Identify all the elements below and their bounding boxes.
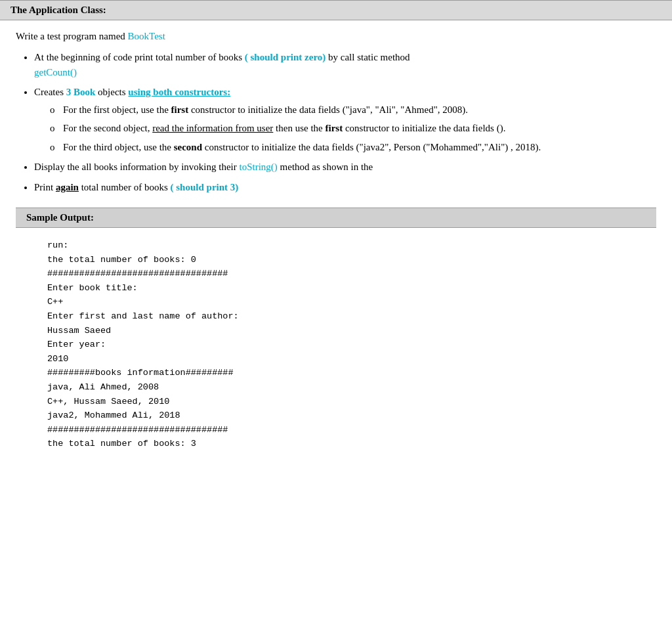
sub-bullet-1: For the first object, use the first cons…: [50, 102, 656, 118]
code-line-2: ##################################: [47, 267, 625, 281]
sample-output-section: Sample Output: run: the total number of …: [16, 208, 656, 462]
code-line-1: the total number of books: 0: [47, 253, 625, 267]
code-line-10: java, Ali Ahmed, 2008: [47, 380, 625, 395]
bullet4-cyan: ( should print 3): [171, 182, 239, 192]
sub-bullet-3: For the third object, use the second con…: [50, 140, 656, 155]
header-text: The Application Class:: [10, 5, 106, 15]
bullet1-cyan: ( should print zero): [245, 52, 326, 62]
bullet2-constructors: using both constructors:: [128, 87, 230, 97]
sub3-bold: second: [174, 142, 202, 152]
main-bullet-list: At the beginning of code print total num…: [34, 50, 656, 194]
code-line-3: Enter book title:: [47, 281, 625, 296]
getcount-method: getCount(): [34, 67, 77, 77]
code-line-13: ##################################: [47, 423, 625, 437]
bullet-1: At the beginning of code print total num…: [34, 50, 656, 79]
bullet3-prefix: Display the all books information by inv…: [34, 162, 239, 172]
sub1-suffix: constructor to initialize the data field…: [191, 104, 468, 115]
bullet3-suffix: method as shown in the: [280, 162, 373, 172]
sample-header-text: Sample Output:: [26, 212, 94, 223]
app-class-header: The Application Class:: [0, 0, 672, 20]
code-line-0: run:: [47, 238, 625, 253]
booktest-link: BookTest: [128, 31, 165, 41]
page-container: The Application Class: Write a test prog…: [0, 0, 672, 477]
code-line-6: Hussam Saeed: [47, 324, 625, 338]
bullet-2: Creates 3 Book objects using both constr…: [34, 85, 656, 154]
code-line-4: C++: [47, 295, 625, 309]
code-line-14: the total number of books: 3: [47, 437, 625, 451]
sample-output-header: Sample Output:: [16, 208, 656, 228]
bullet-4: Print again total number of books ( shou…: [34, 180, 656, 195]
code-line-9: #########books information#########: [47, 366, 625, 380]
code-line-5: Enter first and last name of author:: [47, 309, 625, 324]
main-content: Write a test program named BookTest At t…: [0, 20, 672, 477]
sub2-suffix: constructor to initialize the data field…: [345, 123, 506, 133]
code-block: run: the total number of books: 0 ######…: [16, 228, 656, 462]
bullet1-suffix: by call static method: [328, 52, 410, 62]
code-line-11: C++, Hussam Saeed, 2010: [47, 395, 625, 409]
bullet2-suffix: objects: [98, 87, 128, 97]
bullet4-again: again: [56, 182, 79, 192]
intro-prefix: Write a test program named: [16, 31, 128, 41]
code-line-8: 2010: [47, 352, 625, 366]
sub3-suffix: constructor to initialize the data field…: [205, 142, 541, 152]
bullet4-prefix: Print: [34, 182, 56, 192]
sub2-underline: read the information from user: [152, 123, 273, 133]
intro-text: Write a test program named BookTest: [16, 31, 656, 42]
sub2-prefix: For the second object,: [63, 123, 152, 133]
tostring-method: toString(): [239, 162, 277, 172]
bullet-3: Display the all books information by inv…: [34, 160, 656, 175]
bullet2-prefix: Creates: [34, 87, 66, 97]
bullet4-suffix: total number of books: [81, 182, 171, 192]
bullet1-prefix: At the beginning of code print total num…: [34, 52, 245, 62]
sub1-prefix: For the first object, use the: [63, 104, 171, 115]
sub2-bold: first: [325, 123, 343, 133]
sub1-bold: first: [171, 104, 189, 115]
code-line-7: Enter year:: [47, 338, 625, 352]
sub-bullet-2: For the second object, read the informat…: [50, 121, 656, 136]
sub-bullet-list: For the first object, use the first cons…: [50, 102, 656, 155]
bullet2-count: 3 Book: [66, 87, 96, 97]
code-line-12: java2, Mohammed Ali, 2018: [47, 408, 625, 423]
sub2-middle: then use the: [276, 123, 325, 133]
sub3-prefix: For the third object, use the: [63, 142, 174, 152]
